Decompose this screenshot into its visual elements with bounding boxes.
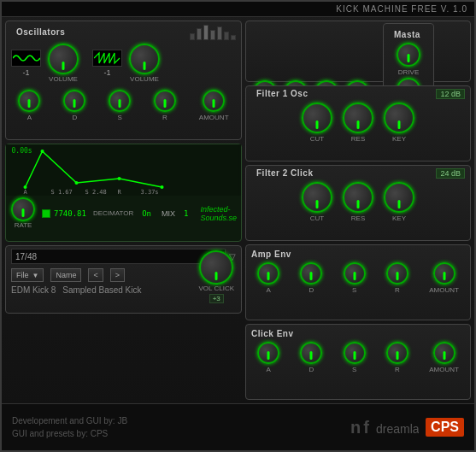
vol-click-label: VOL CLICK [199, 285, 235, 292]
filter2-res-knob[interactable] [343, 182, 373, 213]
svg-point-4 [75, 181, 79, 185]
vol-click-knob[interactable] [199, 250, 233, 285]
click-d-knob[interactable] [300, 342, 322, 364]
click-d-group: D [300, 342, 322, 373]
filter2-res-label: RES [351, 214, 365, 222]
filter2-res-group: RES [343, 182, 373, 222]
osc1-wave-display [11, 50, 41, 67]
on-label[interactable]: On [142, 209, 151, 218]
osc-a-knob[interactable] [18, 90, 40, 112]
osc-amount-group: AMOUNT [199, 90, 229, 121]
masta-drive-label: DRIVE [398, 68, 419, 76]
env-display: 0.00s A S 1.67 S 2.48 R [6, 144, 241, 196]
filter2-key-label: KEY [392, 214, 406, 222]
amp-r-knob[interactable] [386, 262, 408, 285]
vol-click-badge: +3 [209, 294, 224, 303]
click-s-group: S [344, 342, 366, 373]
preset-name-display: 17/48 [11, 249, 226, 264]
oscillators-panel: Oscillators [5, 21, 242, 140]
envelope-panel: 0.00s A S 1.67 S 2.48 R [5, 144, 242, 242]
freq-value: 7740.81 [54, 209, 86, 218]
svg-text:3.37s: 3.37s [141, 189, 159, 196]
infected-text: Infected-Sounds.se [200, 205, 237, 222]
filter1-badge: 12 dB [436, 89, 465, 99]
amp-amount-group: AMOUNT [429, 262, 459, 294]
filter1-cut-knob[interactable] [302, 103, 332, 133]
osc-amount-knob[interactable] [203, 90, 225, 112]
filter2-key-knob[interactable] [384, 182, 414, 213]
click-r-label: R [395, 366, 400, 373]
osc1-volume-knob[interactable] [48, 44, 79, 74]
footer: Developement and GUI by: JB GUI and pres… [2, 403, 474, 450]
click-a-knob[interactable] [257, 342, 279, 364]
filter2-knobs: CUT RES KEY [246, 180, 470, 224]
amp-a-knob[interactable] [257, 262, 279, 285]
decimator-led[interactable] [42, 209, 50, 218]
amp-amount-knob[interactable] [433, 262, 455, 285]
cps-logo: CPS [426, 418, 464, 437]
osc-r-knob[interactable] [154, 90, 176, 112]
osc-s-knob[interactable] [109, 90, 131, 112]
filter1-key-group: KEY [384, 103, 414, 143]
osc2-volume-knob[interactable] [129, 44, 160, 74]
filter2-cut-knob[interactable] [302, 182, 332, 213]
osc-d-knob[interactable] [63, 90, 85, 112]
filter1-key-knob[interactable] [384, 103, 414, 133]
click-env-knobs: A D S R AMOU [246, 340, 470, 375]
prev-label: < [93, 271, 97, 279]
filter1-res-group: RES [343, 103, 373, 143]
click-r-knob[interactable] [386, 342, 408, 364]
name-button[interactable]: Name [50, 268, 81, 282]
amp-d-knob[interactable] [300, 262, 322, 285]
osc-a-label: A [27, 114, 32, 121]
eq-bar-3 [203, 25, 209, 40]
amp-env-title: Amp Env [246, 248, 297, 261]
env-controls: RATE 7740.81 DECIMATOR On MIX 1 Infected… [6, 196, 241, 231]
next-button[interactable]: > [110, 268, 125, 282]
preset-name: EDM Kick 8 [11, 285, 56, 295]
footer-logo: nf dreamland CPS [350, 414, 464, 440]
filter1-panel: Filter 1 Osc 12 dB CUT RES [245, 85, 471, 161]
osc-s-label: S [117, 114, 121, 121]
masta-drive-knob[interactable] [397, 43, 420, 67]
svg-point-6 [161, 185, 164, 189]
top-bar: KICK MACHINE FREE V. 1.0 [2, 2, 474, 17]
amp-a-group: A [257, 262, 279, 294]
amp-env-panel: Amp Env A D S [245, 244, 471, 320]
filter1-title: Filter 1 Osc [251, 87, 313, 100]
amp-amount-label: AMOUNT [429, 286, 459, 294]
svg-text:S 1.67: S 1.67 [51, 189, 73, 196]
click-s-label: S [352, 366, 356, 373]
svg-text:dreamland: dreamland [376, 422, 419, 436]
rate-label: RATE [15, 221, 32, 229]
click-amount-knob[interactable] [433, 342, 455, 364]
filter1-key-label: KEY [392, 135, 406, 143]
filter2-cut-label: CUT [310, 214, 324, 222]
amp-a-label: A [266, 286, 270, 294]
right-column: LOW 13.0 dB MID1 0.5 dB MID2 14.5 dB [245, 17, 474, 403]
amp-s-knob[interactable] [344, 262, 366, 285]
click-s-knob[interactable] [344, 342, 366, 364]
osc2-volume-label: VOLUME [130, 75, 159, 83]
osc-r-group: R [154, 90, 176, 121]
next-label: > [115, 271, 120, 279]
prev-button[interactable]: < [88, 268, 103, 282]
rate-knob[interactable] [11, 197, 35, 221]
filter2-panel: Filter 2 Click 24 dB CUT RES [245, 165, 471, 241]
file-button[interactable]: File ▼ [11, 268, 44, 282]
eq-bar-6 [224, 32, 229, 40]
filter1-cut-label: CUT [310, 135, 324, 143]
mix-value: 1 [184, 209, 188, 218]
content-area: Oscillators [2, 17, 474, 403]
osc1-volume-label: VOLUME [49, 75, 78, 83]
filter1-res-knob[interactable] [343, 103, 373, 133]
footer-line2: GUI and presets by: CPS [12, 427, 127, 440]
click-d-label: D [309, 366, 314, 373]
svg-point-5 [118, 177, 121, 180]
cps-text: CPS [431, 420, 459, 434]
rate-knob-group: RATE [11, 197, 35, 229]
vol-click-value: +3 [213, 295, 220, 302]
eq-bar-2 [197, 28, 202, 40]
sampled-text: Sampled Based Kick [62, 285, 141, 295]
left-column: Oscillators [2, 17, 245, 403]
